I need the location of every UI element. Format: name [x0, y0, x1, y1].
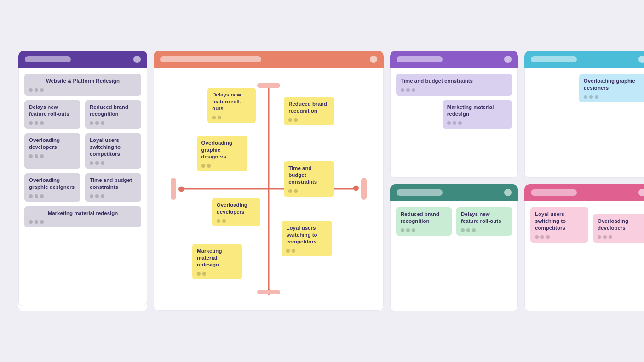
panel-1-header: [18, 51, 147, 68]
matrix-sticky-overloading-dev[interactable]: Overloading developers: [212, 198, 260, 226]
matrix-sticky-time-budget[interactable]: Time and budget constraints: [284, 161, 334, 197]
panel-3-top-stickies: Time and budget constraints Marketing ma…: [396, 74, 512, 129]
sticky-marketing-3[interactable]: Marketing material redesign: [443, 100, 512, 129]
panel-2-header: [154, 51, 384, 68]
panel-1-grid: Delays new feature roll-outs Reduced bra…: [24, 100, 141, 202]
sticky-overloading-dev-1[interactable]: Overloading developers: [24, 133, 80, 169]
panel-2-dot: [370, 56, 377, 63]
panel-4-bottom: Reduced brand recognition Delays new fea…: [390, 184, 518, 311]
sticky-overloading-graphic-5[interactable]: Overloading graphic designers: [579, 74, 644, 102]
panel-5-top-body: Overloading graphic designers: [524, 68, 644, 178]
axis-pill-right: [361, 178, 367, 200]
panel-6-bottom-body: Loyal users switching to competitors Ove…: [524, 201, 644, 311]
matrix-sticky-loyal-users[interactable]: Loyal users switching to competitors: [282, 221, 332, 256]
sticky-overloading-dev-6[interactable]: Overloading developers: [593, 214, 644, 243]
panels-right-bottom-row: Reduced brand recognition Delays new fea…: [390, 184, 644, 311]
panel-6-bottom-pill: [531, 189, 577, 196]
matrix-area: Delays new feature roll-outs Reduced bra…: [160, 74, 378, 304]
axis-dot-right: [353, 186, 359, 191]
sticky-marketing-1[interactable]: Marketing material redesign: [24, 206, 141, 228]
sticky-loyal-users-6[interactable]: Loyal users switching to competitors: [530, 207, 588, 243]
axis-pill-left: [171, 178, 176, 200]
panel-2-body: Delays new feature roll-outs Reduced bra…: [154, 68, 384, 311]
axis-pill-bottom: [257, 290, 280, 294]
sticky-time-budget-1[interactable]: Time and budget constraints: [85, 173, 141, 202]
panel-5-top-stickies: Overloading graphic designers: [530, 74, 644, 102]
panel-3-top-body: Time and budget constraints Marketing ma…: [390, 68, 518, 178]
panel-1: Website & Platform Redesign Delays new f…: [18, 51, 147, 311]
panel-4-bottom-dot: [504, 189, 512, 196]
matrix-sticky-overloading-graphic[interactable]: Overloading graphic designers: [197, 136, 247, 171]
sticky-website-platform[interactable]: Website & Platform Redesign: [24, 74, 141, 96]
main-canvas: Website & Platform Redesign Delays new f…: [9, 37, 635, 325]
axis-pill-top2: [257, 83, 280, 88]
axis-dot-left: [178, 186, 184, 192]
panel-1-pill: [25, 56, 71, 62]
sticky-loyal-users-1[interactable]: Loyal users switching to competitors: [85, 133, 141, 169]
matrix-sticky-delays[interactable]: Delays new feature roll-outs: [207, 88, 256, 123]
panel-3-top-dot: [504, 56, 512, 63]
panel-6-bottom-header: [524, 184, 644, 201]
panels-right-top-row: Time and budget constraints Marketing ma…: [390, 51, 644, 178]
panel-6-bottom-dot: [638, 189, 644, 196]
panel-3-top-pill: [397, 56, 443, 62]
panel-4-bottom-stickies: Reduced brand recognition Delays new fea…: [396, 207, 512, 236]
axis-vertical: [268, 85, 270, 292]
panel-3-top: Time and budget constraints Marketing ma…: [390, 51, 518, 178]
panel-4-bottom-header: [390, 184, 518, 201]
sticky-time-budget-3[interactable]: Time and budget constraints: [396, 74, 512, 96]
panel-6-bottom-stickies: Loyal users switching to competitors Ove…: [530, 207, 644, 243]
sticky-delays-4[interactable]: Delays new feature roll-outs: [456, 207, 512, 236]
panel-4-bottom-pill: [397, 189, 443, 196]
matrix-sticky-reduced-brand[interactable]: Reduced brand recognition: [284, 97, 334, 125]
sticky-reduced-brand-4[interactable]: Reduced brand recognition: [396, 207, 452, 236]
panel-1-dot: [133, 56, 141, 63]
panel-5-top-dot: [638, 56, 644, 63]
panel-4-bottom-body: Reduced brand recognition Delays new fea…: [390, 201, 518, 311]
panel-5-top: Overloading graphic designers: [524, 51, 644, 178]
panel-5-top-pill: [531, 56, 577, 62]
panels-right: Time and budget constraints Marketing ma…: [390, 51, 644, 311]
panel-6-bottom: Loyal users switching to competitors Ove…: [524, 184, 644, 311]
sticky-reduced-brand-1[interactable]: Reduced brand recognition: [85, 100, 141, 129]
sticky-delays-1[interactable]: Delays new feature roll-outs: [24, 100, 80, 129]
sticky-overloading-graphic-1[interactable]: Overloading graphic designers: [24, 173, 80, 202]
panel-2: Delays new feature roll-outs Reduced bra…: [154, 51, 384, 311]
panel-1-body: Website & Platform Redesign Delays new f…: [18, 68, 147, 306]
panel-5-top-header: [524, 51, 644, 68]
matrix-sticky-marketing[interactable]: Marketing material redesign: [192, 244, 242, 279]
panel-3-top-header: [390, 51, 518, 68]
panel-2-pill: [160, 56, 261, 62]
